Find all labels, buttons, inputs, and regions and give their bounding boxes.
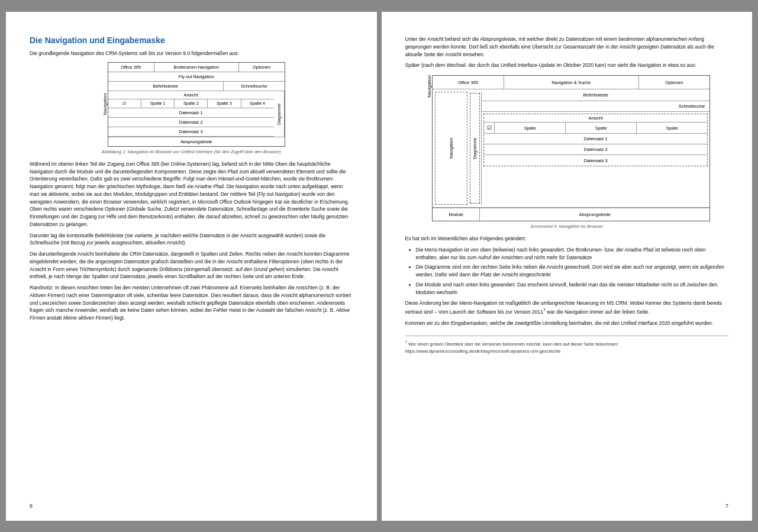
nav-diagram-inner-right: Office 365 Navigation & Suche Optionen N… xyxy=(432,75,710,221)
ansicht-block: Ansicht ☑ Spalte 1 Spalte 2 Spalte 3 Spa… xyxy=(108,91,274,137)
page-number-left: 6 xyxy=(30,503,33,509)
section-title-left: Die Navigation und Eingabemaske xyxy=(30,36,353,45)
nav-label-right: Navigation xyxy=(423,75,432,98)
rdi-main-content: Befehlsleiste Schnellsuche Ansicht ☑ Spa… xyxy=(482,89,709,207)
caption-left: Abbildung 1: Navigation im Browser vor U… xyxy=(30,149,353,154)
nav-row-bottom: Absprungsleiste xyxy=(108,137,285,146)
footnote-sup: 7 xyxy=(543,308,546,312)
rdi-daten3: Datensatz 3 xyxy=(484,155,707,166)
rdi-col3: Spalte xyxy=(637,122,707,133)
rdi-befehl: Befehlsleiste xyxy=(482,89,709,101)
bullet-2: Die Diagramme sind von der rechten Seite… xyxy=(416,263,729,279)
footnote-text: Wer einen groben Überblick über die Vers… xyxy=(408,341,618,347)
rdi-col2: Spalte xyxy=(566,122,637,133)
second-conclusion: Kommen wir zu den Eingabemasken, welche … xyxy=(405,320,729,327)
rdi-office365: Office 365 xyxy=(433,76,504,89)
flyout-cell: Fly out Navigation xyxy=(108,72,285,81)
rdi-ansicht-dashed: Ansicht ☑ Spalte Spalte Spalte Datensatz… xyxy=(483,114,708,166)
ansicht-cols: ☑ Spalte 1 Spalte 2 Spalte 3 Spalte 4 xyxy=(108,99,274,108)
nav-row-2: Fly out Navigation xyxy=(108,72,285,82)
optionen-cell: Optionen xyxy=(239,63,285,72)
datensatz3-row: Datensatz 3 xyxy=(108,127,274,137)
nav-diagram-right: Navigation Office 365 Navigation & Suche… xyxy=(405,75,729,221)
rdi-diag-col: Diagramme xyxy=(469,92,482,205)
rdi-module: Module xyxy=(433,208,480,221)
body-para-4: Randnotiz: In diesen Ansichten treten be… xyxy=(30,284,353,322)
caption-right: Screenshot 3: Navigation im Browser xyxy=(405,224,729,229)
rdi-nav-label: Navigation xyxy=(436,92,467,204)
bullet-1: Die Menü-Navigation ist von oben (teilwe… xyxy=(416,246,729,262)
rdi-absprungs: Absprungsleiste xyxy=(480,208,709,221)
col1-cell: Spalte 1 xyxy=(141,99,175,108)
rdi-checkbox: ☑ xyxy=(484,122,495,133)
intro-text-left: Die grundlegende Navigation des CRM-Syst… xyxy=(30,50,353,57)
page-right: Unter der Ansicht befand sich die Abspru… xyxy=(382,12,753,521)
befehl-cell: Befehlsleiste xyxy=(108,82,224,91)
footnote-url: https://www.dynamicsconsulting.de/de/blo… xyxy=(405,349,729,354)
nav-row-3: Befehlsleiste Schnellsuche xyxy=(108,82,285,91)
nav-diagram-left: Navigation Office 365 Brotkrumen-Navigat… xyxy=(30,62,353,147)
footnote-line1: 7 Wer einen groben Überblick über die Ve… xyxy=(405,340,729,347)
rdi-ansicht-label: Ansicht xyxy=(484,114,707,122)
body-para-2: Darunter lag die kontextuelle Befehlslei… xyxy=(30,232,353,247)
datensatz1-cell: Datensatz 1 xyxy=(108,108,274,117)
schnell-cell: Schnellsuche xyxy=(224,82,285,91)
datensatz2-row: Datensatz 2 xyxy=(108,118,274,127)
rdi-schnell-text: Schnellsuche xyxy=(679,104,705,109)
conclusion-para: Diese Änderung bei der Menü-Navigation i… xyxy=(405,299,729,315)
rdi-nav-suche: Navigation & Suche xyxy=(504,76,639,89)
body-para-1: Während im oberen linken Teil der Zugang… xyxy=(30,160,353,228)
col4-cell: Spalte 4 xyxy=(241,99,274,108)
diagramme-label: Diagramme xyxy=(274,91,285,137)
rdi-daten2: Datensatz 2 xyxy=(484,144,707,155)
rdi-top-row: Office 365 Navigation & Suche Optionen xyxy=(433,76,709,89)
rdi-nav-col: Navigation xyxy=(435,92,467,205)
datensatz1-row: Datensatz 1 xyxy=(108,108,274,118)
rdi-cols-row: ☑ Spalte Spalte Spalte xyxy=(484,122,707,134)
nav-diagram-inner-left: Office 365 Brotkrumen-Navigation Optione… xyxy=(108,62,285,147)
checkbox-cell: ☑ xyxy=(108,99,141,108)
rdi-schnell: Schnellsuche xyxy=(482,101,709,112)
right-second-para: Später (nach dem Wechsel, der durch das … xyxy=(405,62,729,69)
bullet-3: Die Module sind nach unten links gewande… xyxy=(416,281,729,296)
body-para-3: Die darunterliegende Ansicht beinhaltete… xyxy=(30,250,353,280)
bullet-list: Die Menü-Navigation ist von oben (teilwe… xyxy=(416,246,729,296)
office365-cell: Office 365 xyxy=(108,63,154,72)
rdi-col1: Spalte xyxy=(495,122,566,133)
ansicht-label: Ansicht xyxy=(108,91,274,99)
col3-cell: Spalte 3 xyxy=(208,99,241,108)
footnote-section: 7 Wer einen groben Überblick über die Ve… xyxy=(405,336,729,354)
nav-label-left: Navigation xyxy=(98,93,108,115)
col2-cell: Spalte 2 xyxy=(175,99,208,108)
change-title: Es hat sich im Wesentlichen also Folgend… xyxy=(405,235,729,243)
rdi-diag-label: Diagramme xyxy=(470,93,480,204)
rdi-bottom-row: Module Absprungsleiste xyxy=(433,208,709,221)
brotkrumen-cell: Brotkrumen-Navigation xyxy=(154,63,239,72)
page-number-right: 7 xyxy=(725,503,728,509)
rdi-optionen: Optionen xyxy=(639,76,710,89)
datensatz3-cell: Datensatz 3 xyxy=(108,127,274,136)
datensatz2-cell: Datensatz 2 xyxy=(108,118,274,127)
nav-row-1: Office 365 Brotkrumen-Navigation Optione… xyxy=(108,63,285,72)
page-left: Die Navigation und Eingabemaske Die grun… xyxy=(6,12,377,521)
footnote-num: 7 xyxy=(405,340,407,344)
rdi-mid-row: Navigation Diagramme Befehlsleiste Schne… xyxy=(433,89,709,208)
nav-row-4: Ansicht ☑ Spalte 1 Spalte 2 Spalte 3 Spa… xyxy=(108,91,285,137)
right-intro-para: Unter der Ansicht befand sich die Abspru… xyxy=(405,36,729,58)
absprungs-cell: Absprungsleiste xyxy=(108,137,285,146)
rdi-daten1: Datensatz 1 xyxy=(484,134,707,144)
